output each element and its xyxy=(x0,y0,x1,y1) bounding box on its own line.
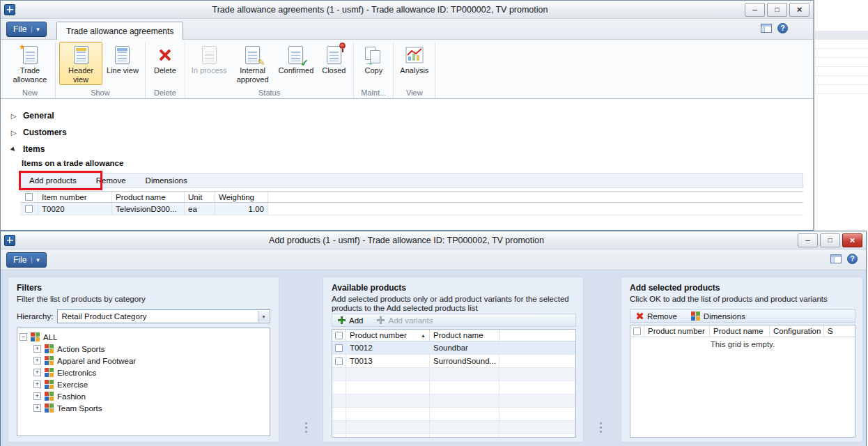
expand-icon[interactable]: + xyxy=(33,357,41,364)
ribbon-group-delete: Delete Delete xyxy=(146,42,185,98)
confirmed-button[interactable]: ✓ Confirmed xyxy=(276,42,317,85)
remove-button[interactable]: Remove xyxy=(636,312,677,321)
dialog-close-button[interactable]: × xyxy=(842,233,862,247)
close-button[interactable]: × xyxy=(789,3,809,17)
expand-icon[interactable]: + xyxy=(33,369,41,376)
dimensions-button[interactable]: Dimensions xyxy=(691,312,745,321)
delete-button[interactable]: Delete xyxy=(149,42,181,85)
tab-trade-allowance-agreements[interactable]: Trade allowance agreements xyxy=(56,22,183,40)
header-view-button[interactable]: Header view xyxy=(59,42,102,85)
column-item-number[interactable]: Item number xyxy=(38,192,112,202)
tree-node-fashion[interactable]: + Fashion xyxy=(20,390,268,402)
help-glyph: ? xyxy=(780,24,784,32)
chevron-down-icon[interactable]: ▾ xyxy=(258,311,269,322)
panel-splitter[interactable] xyxy=(600,422,602,424)
column-product-number[interactable]: Product number xyxy=(644,325,710,337)
dialog-menubar-icons: ? xyxy=(830,254,858,264)
column-product-name[interactable]: Product name xyxy=(112,192,185,202)
expand-icon[interactable]: + xyxy=(33,345,41,353)
line-view-button[interactable]: Line view xyxy=(104,42,141,85)
column-unit[interactable]: Unit xyxy=(185,192,215,202)
tree-node-exercise[interactable]: + Exercise xyxy=(20,378,268,390)
trade-allowance-window: Trade allowance agreements (1 - usmf) - … xyxy=(0,0,814,231)
empty-row xyxy=(332,421,575,434)
select-all-checkbox-cell xyxy=(20,192,38,202)
collapse-icon[interactable]: − xyxy=(20,333,27,341)
tree-node-apparel-and-footwear[interactable]: + Apparel and Footwear xyxy=(20,355,268,367)
column-product-number[interactable]: Product number ▲ xyxy=(346,330,430,341)
collapsed-arrow-icon: ▷ xyxy=(10,129,17,137)
expand-icon[interactable]: + xyxy=(33,392,41,400)
pin-icon xyxy=(339,43,346,49)
table-row[interactable]: T0013 SurroundSound... xyxy=(332,355,575,368)
maximize-button[interactable]: □ xyxy=(767,3,787,17)
tree-node-electronics[interactable]: + Electronics xyxy=(20,367,268,378)
section-customers[interactable]: ▷ Customers xyxy=(1,124,813,141)
minimize-button[interactable]: – xyxy=(745,3,765,17)
row-checkbox-cell xyxy=(332,355,346,367)
closed-button[interactable]: Closed xyxy=(318,42,350,85)
ribbon-group-maintain: → Copy Maint... xyxy=(354,42,394,98)
add-selected-products-panel: Add selected products Click OK to add th… xyxy=(621,277,863,443)
file-menu-button[interactable]: File ▾ xyxy=(6,22,47,37)
copy-arrow-icon: → xyxy=(364,58,373,67)
dimensions-grid-icon xyxy=(691,312,700,321)
row-checkbox[interactable] xyxy=(335,344,343,352)
dimensions-button[interactable]: Dimensions xyxy=(146,176,187,185)
analysis-button[interactable]: Analysis xyxy=(397,42,431,85)
trade-allowance-button[interactable]: ★ Trade allowance xyxy=(8,42,52,85)
close-icon: × xyxy=(850,236,855,245)
in-process-icon xyxy=(197,45,221,66)
dialog-maximize-button[interactable]: □ xyxy=(820,233,840,247)
main-menubar: File ▾ Trade allowance agreements ? xyxy=(1,19,813,40)
hierarchy-select[interactable]: Retail Product Category ▾ xyxy=(57,309,270,323)
items-action-strip: Add products Remove Dimensions xyxy=(20,173,803,188)
select-all-checkbox[interactable] xyxy=(25,193,33,201)
dialog-file-menu-button[interactable]: File ▾ xyxy=(6,252,47,268)
cell-weighting: 1.00 xyxy=(215,203,268,215)
row-checkbox[interactable] xyxy=(335,357,343,365)
dialog-minimize-button[interactable]: – xyxy=(798,233,818,247)
row-checkbox[interactable] xyxy=(25,205,33,213)
category-icon xyxy=(45,380,54,389)
cell-filler xyxy=(499,341,575,354)
column-configuration[interactable]: Configuration xyxy=(770,325,824,337)
expand-icon[interactable]: + xyxy=(33,404,41,412)
add-button[interactable]: Add xyxy=(338,316,363,325)
add-products-button[interactable]: Add products xyxy=(29,176,77,185)
copy-button[interactable]: → Copy xyxy=(357,42,389,85)
section-general[interactable]: ▷ General xyxy=(1,107,813,124)
help-icon[interactable]: ? xyxy=(847,254,858,264)
panel-splitter[interactable] xyxy=(305,422,307,424)
help-icon[interactable]: ? xyxy=(777,23,788,33)
table-row[interactable]: T0012 Soundbar xyxy=(332,341,575,355)
table-row[interactable]: T0020 TelevisionD300... ea 1.00 xyxy=(20,203,803,215)
layout-icon[interactable] xyxy=(761,24,772,33)
app-icon xyxy=(4,4,15,15)
column-weighting[interactable]: Weighting xyxy=(215,192,268,202)
tree-node-action-sports[interactable]: + Action Sports xyxy=(20,343,268,355)
select-all-checkbox-cell xyxy=(630,325,644,337)
background-window xyxy=(814,0,868,231)
minimize-icon: – xyxy=(805,236,810,245)
screen: Trade allowance agreements (1 - usmf) - … xyxy=(0,0,868,446)
expand-icon[interactable]: + xyxy=(33,380,41,388)
remove-button[interactable]: Remove xyxy=(96,176,126,185)
main-menubar-icons: ? xyxy=(761,23,788,33)
tree-node-team-sports[interactable]: + Team Sports xyxy=(20,402,268,414)
cell-product-name: TelevisionD300... xyxy=(112,203,185,215)
select-all-checkbox[interactable] xyxy=(633,328,641,335)
tree-node-all[interactable]: − ALL xyxy=(20,331,268,343)
internal-approved-button[interactable]: ✎ Internal approved xyxy=(231,42,274,85)
ribbon-group-label-delete: Delete xyxy=(149,88,181,98)
add-selected-grid: Product number Product name Configuratio… xyxy=(630,325,855,438)
column-size[interactable]: S xyxy=(824,325,855,337)
select-all-checkbox[interactable] xyxy=(335,332,343,339)
file-menu-label: File xyxy=(13,24,26,34)
column-product-name[interactable]: Product name xyxy=(430,330,499,341)
layout-icon[interactable] xyxy=(830,254,842,263)
select-all-checkbox-cell xyxy=(332,330,346,341)
column-product-name[interactable]: Product name xyxy=(710,325,770,337)
section-items[interactable]: ▶ Items xyxy=(1,141,813,157)
column-filler xyxy=(499,330,575,341)
